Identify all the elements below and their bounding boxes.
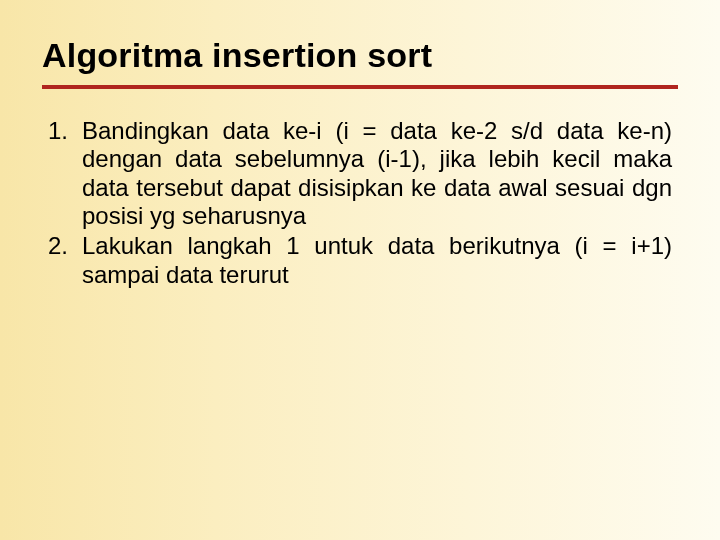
steps-list: Bandingkan data ke-i (i = data ke-2 s/d … [42,117,678,289]
title-underline [42,85,678,89]
slide-title: Algoritma insertion sort [42,36,678,75]
slide: Algoritma insertion sort Bandingkan data… [0,0,720,540]
step-item: Lakukan langkah 1 untuk data berikutnya … [82,232,672,289]
step-item: Bandingkan data ke-i (i = data ke-2 s/d … [82,117,672,230]
